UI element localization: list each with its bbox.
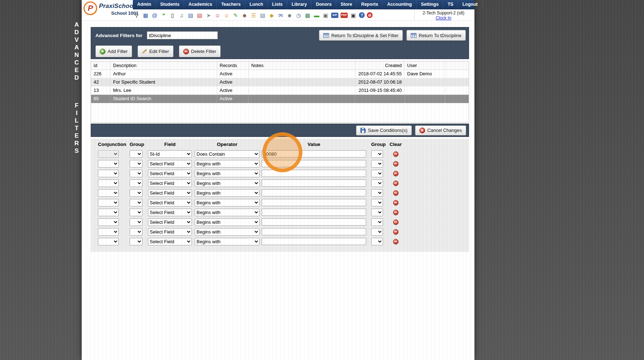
delete-filter-button[interactable]: Delete Filter xyxy=(179,45,221,57)
field-select[interactable]: Select Field xyxy=(148,170,192,177)
value-input[interactable] xyxy=(262,189,366,196)
clock-in-link[interactable]: Clock In xyxy=(436,15,451,21)
grade-edit-icon[interactable]: ✎ xyxy=(232,12,239,19)
clear-row-button[interactable] xyxy=(393,219,398,225)
email-at-icon[interactable]: @ xyxy=(151,12,158,19)
power-icon[interactable]: ⊘ xyxy=(367,12,373,18)
return-button[interactable]: Return To tDiscipline xyxy=(406,30,466,41)
filter-target-input[interactable] xyxy=(147,31,218,39)
clock-icon[interactable]: ◷ xyxy=(295,12,302,19)
group-open-select[interactable] xyxy=(130,160,143,168)
group-close-select[interactable] xyxy=(371,150,383,158)
group-close-select[interactable] xyxy=(371,238,383,245)
calendar-red-icon[interactable]: ▤ xyxy=(196,12,203,19)
group-close-select[interactable] xyxy=(371,228,383,236)
value-input[interactable] xyxy=(262,238,366,245)
field-select[interactable]: Select Field xyxy=(148,228,192,236)
printer-icon[interactable]: ▣ xyxy=(322,12,329,19)
value-input[interactable] xyxy=(262,150,366,157)
operator-select[interactable]: Begins with xyxy=(195,189,260,197)
conjunction-select[interactable] xyxy=(98,160,119,168)
search-icon[interactable]: ⚲ xyxy=(133,12,140,19)
table-row[interactable]: 226ArthurActive2018-07-02 14:45:55Dave D… xyxy=(91,70,469,78)
edit-filter-button[interactable]: Edit Filter xyxy=(138,45,174,57)
nav-item-settings[interactable]: Settings xyxy=(416,0,443,9)
mobile-phone-icon[interactable]: ▯ xyxy=(169,12,176,19)
field-select[interactable]: Select Field xyxy=(148,199,192,206)
operator-select[interactable]: Does Contain xyxy=(195,150,260,158)
clear-row-button[interactable] xyxy=(393,190,398,196)
staff-icon[interactable]: ☻ xyxy=(286,12,293,19)
send-message-icon[interactable]: ✉ xyxy=(277,12,284,19)
nav-item-lunch[interactable]: Lunch xyxy=(245,0,268,9)
group-open-select[interactable] xyxy=(130,150,143,158)
lunch-icon[interactable]: ☰ xyxy=(250,12,257,19)
operator-select[interactable]: Begins with xyxy=(195,170,260,177)
field-select[interactable]: St-Id xyxy=(148,150,192,158)
nav-item-ts[interactable]: TS xyxy=(443,0,458,9)
brand-logo[interactable]: P PraxiSchool™ School 1001 xyxy=(84,1,139,16)
group-close-select[interactable] xyxy=(371,189,383,197)
field-select[interactable]: Select Field xyxy=(148,189,192,197)
value-input[interactable] xyxy=(262,228,366,235)
conjunction-select[interactable] xyxy=(98,209,119,216)
group-open-select[interactable] xyxy=(130,199,143,206)
clear-row-button[interactable] xyxy=(393,200,398,205)
chat-icon[interactable]: ❝ xyxy=(160,12,167,19)
operator-select[interactable]: Begins with xyxy=(195,179,260,187)
value-input[interactable] xyxy=(262,179,366,187)
operator-select[interactable]: Begins with xyxy=(195,238,260,245)
report-grid-icon[interactable]: ▦ xyxy=(304,12,311,19)
clear-row-button[interactable] xyxy=(393,229,398,235)
group-open-select[interactable] xyxy=(130,238,143,245)
notepad-icon[interactable]: ▤ xyxy=(259,12,266,19)
family-icon[interactable]: ☻ xyxy=(241,12,248,19)
value-input[interactable] xyxy=(262,209,366,216)
group-close-select[interactable] xyxy=(371,209,383,216)
clear-row-button[interactable] xyxy=(393,210,398,215)
add-filter-button[interactable]: + Add Filter xyxy=(95,45,132,57)
clear-row-button[interactable] xyxy=(393,181,398,186)
field-select[interactable]: Select Field xyxy=(148,160,192,168)
table-row[interactable]: 42For Specific StudentActive2012-08-07 1… xyxy=(91,78,469,86)
keycard-icon[interactable]: ▬ xyxy=(313,12,320,19)
megaphone-icon[interactable]: ➤ xyxy=(205,12,212,19)
group-open-select[interactable] xyxy=(130,179,143,187)
hall-pass-icon[interactable]: ◆ xyxy=(268,12,275,19)
field-select[interactable]: Select Field xyxy=(148,218,192,226)
print-preview-icon[interactable]: ▣ xyxy=(350,12,357,19)
help-icon[interactable]: ? xyxy=(359,12,365,18)
operator-select[interactable]: Begins with xyxy=(195,209,260,216)
conjunction-select[interactable] xyxy=(98,228,119,236)
nav-item-students[interactable]: Students xyxy=(156,0,184,9)
nav-item-accounting[interactable]: Accounting xyxy=(383,0,416,9)
group-open-select[interactable] xyxy=(130,218,143,226)
group-close-select[interactable] xyxy=(371,160,383,168)
conjunction-select[interactable] xyxy=(98,189,119,197)
conjunction-select[interactable] xyxy=(98,218,119,226)
nav-item-store[interactable]: Store xyxy=(336,0,357,9)
conjunction-select[interactable] xyxy=(98,238,119,245)
clear-row-button[interactable] xyxy=(393,171,398,176)
conjunction-select[interactable] xyxy=(98,179,119,187)
student-red-icon[interactable]: ☺ xyxy=(214,12,221,19)
operator-select[interactable]: Begins with xyxy=(195,228,260,236)
save-conditions-button[interactable]: Save Conditions(s) xyxy=(356,125,412,135)
return-set-filter-button[interactable]: Return To tDiscipline & Set Filter xyxy=(319,30,403,41)
accounts-payable-icon[interactable]: A/P xyxy=(331,13,338,18)
cancel-changes-button[interactable]: × Cancel Changes xyxy=(415,125,466,135)
clear-row-button[interactable] xyxy=(393,239,398,244)
clear-row-button[interactable] xyxy=(393,151,398,157)
field-select[interactable]: Select Field xyxy=(148,179,192,187)
calculator-icon[interactable]: ▦ xyxy=(142,12,149,19)
value-input[interactable] xyxy=(262,160,366,167)
value-input[interactable] xyxy=(262,218,366,226)
calendar-icon[interactable]: ▤ xyxy=(187,12,194,19)
nav-item-donors[interactable]: Donors xyxy=(311,0,336,9)
group-close-select[interactable] xyxy=(371,179,383,187)
group-close-select[interactable] xyxy=(371,218,383,226)
group-open-select[interactable] xyxy=(130,228,143,236)
speaker-icon[interactable]: ♫ xyxy=(178,12,185,19)
field-select[interactable]: Select Field xyxy=(148,209,192,216)
nav-item-logout[interactable]: Logout xyxy=(458,0,482,9)
